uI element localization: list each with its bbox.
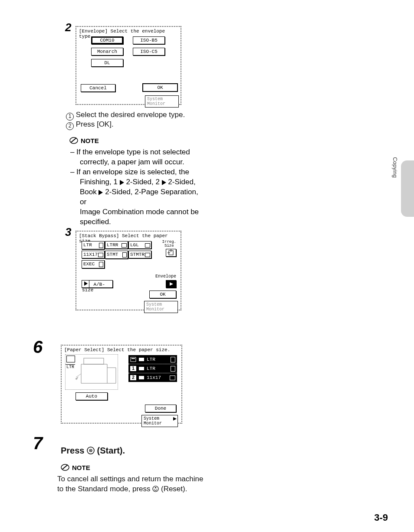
paper-lgl[interactable]: LGL xyxy=(128,241,151,249)
triangle-right-icon xyxy=(162,180,166,185)
sheet-icon xyxy=(138,356,145,362)
irreg-size-icon xyxy=(166,249,176,256)
page-number: 3-9 xyxy=(374,512,388,523)
side-tab xyxy=(401,160,414,217)
paper-ltr[interactable]: LTR xyxy=(82,241,105,249)
ok-button-label: OK xyxy=(160,292,165,297)
svg-rect-16 xyxy=(139,376,144,379)
step-7-heading-post: (Start). xyxy=(95,446,125,455)
paper-11x17[interactable]: 11X17 xyxy=(82,251,105,258)
return-icon xyxy=(173,87,178,92)
done-button[interactable]: Done xyxy=(145,405,176,412)
reset-key-icon xyxy=(152,486,159,492)
drawer-2-icon: 2 xyxy=(130,375,136,380)
svg-rect-14 xyxy=(139,358,144,361)
note-1-line: Image Combination mode cannot be xyxy=(70,207,200,217)
step-2-instruction-2: 2 Press [OK]. xyxy=(66,120,114,130)
irreg-size-button[interactable] xyxy=(166,249,176,257)
note-1-line: If an envelope size is selected, the xyxy=(76,168,189,176)
triangle-right-icon xyxy=(82,281,89,287)
envelope-right-button[interactable] xyxy=(166,280,176,288)
note-1-line: correctly, a paper jam will occur. xyxy=(70,157,200,167)
paper-stmt[interactable]: STMT xyxy=(105,251,128,259)
svg-marker-4 xyxy=(99,190,103,195)
svg-point-20 xyxy=(90,450,92,451)
side-tab-label: Copying xyxy=(392,157,398,178)
step-3-screen: [Stack Bypass] Select the paper size. LT… xyxy=(76,231,181,310)
step-2-instruction-1: 1 Select the desired envelope type. xyxy=(66,110,185,121)
paper-stmtr[interactable]: STMTR xyxy=(128,251,151,258)
done-button-label: Done xyxy=(155,406,166,411)
envelope-label: Envelope xyxy=(155,274,176,279)
cancel-button[interactable]: Cancel xyxy=(81,84,115,92)
auto-button[interactable]: Auto xyxy=(76,392,108,400)
option-iso-b5[interactable]: ISO-B5 xyxy=(133,36,165,44)
note-1-line: specified. xyxy=(70,217,200,227)
option-monarch[interactable]: Monarch xyxy=(91,48,123,55)
paper-source-label: 11x17 xyxy=(147,375,161,380)
option-com10[interactable]: COM10 xyxy=(91,36,123,44)
step-7-heading: Press (Start). xyxy=(61,445,125,457)
circled-2-icon: 2 xyxy=(66,122,74,130)
printer-icon xyxy=(66,355,118,389)
system-monitor-button[interactable]: System Monitor xyxy=(145,95,179,108)
pencil-icon xyxy=(69,136,78,145)
paper-source-row-1[interactable]: LTR xyxy=(128,355,177,364)
svg-marker-9 xyxy=(84,281,88,286)
drawer-1-icon: 1 xyxy=(130,366,136,371)
note-1-line: Book 2-Sided, 2-Page Separation, or xyxy=(70,187,200,207)
pencil-icon xyxy=(61,463,69,472)
ab-size-button[interactable]: A/B-size xyxy=(82,280,113,288)
svg-rect-13 xyxy=(131,358,135,359)
tray-icon xyxy=(130,356,136,362)
note-2-header: NOTE xyxy=(61,463,90,472)
paper-source-row-3[interactable]: 2 11x17 xyxy=(128,373,177,382)
triangle-right-icon xyxy=(120,180,124,185)
svg-rect-10 xyxy=(84,358,104,364)
paper-source-label: LTR xyxy=(147,366,155,371)
return-icon xyxy=(171,408,177,413)
step-6-screen: [Paper Select] Select the paper size. LT… xyxy=(61,345,182,424)
triangle-right-icon xyxy=(99,190,103,195)
system-monitor-button[interactable]: System Monitor xyxy=(144,301,178,313)
paper-source-label: LTR xyxy=(147,357,155,362)
system-monitor-button[interactable]: System Monitor xyxy=(141,415,178,427)
option-iso-c5[interactable]: ISO-C5 xyxy=(133,48,165,55)
triangle-right-icon xyxy=(173,417,177,421)
paper-exec[interactable]: EXEC xyxy=(82,260,105,268)
irreg-size-label: Irreg.Size xyxy=(162,240,176,248)
ok-button[interactable]: OK xyxy=(149,290,176,298)
step-6-screen-title: [Paper Select] Select the paper size. xyxy=(64,347,170,352)
note-1-line: Finishing, 1 2-Sided, 2 2-Sided, xyxy=(70,177,200,187)
svg-marker-2 xyxy=(120,180,124,185)
note-2-label: NOTE xyxy=(72,464,90,471)
step-2-instruction-2-text: Press [OK]. xyxy=(76,120,114,128)
orientation-icon xyxy=(171,357,175,362)
note-2-body: To cancel all settings and return the ma… xyxy=(57,474,203,494)
step-2-instruction-1-text: Select the desired envelope type. xyxy=(76,111,185,119)
ok-button[interactable]: OK xyxy=(142,83,178,92)
note-2-line: to the Standard mode, press (Reset). xyxy=(57,484,203,494)
step-6-number: 6 xyxy=(33,337,43,357)
svg-line-22 xyxy=(62,465,68,469)
svg-rect-12 xyxy=(131,357,136,362)
paper-source-row-2[interactable]: 1 LTR xyxy=(128,364,177,373)
step-7-number: 7 xyxy=(33,434,43,453)
ok-button-label: OK xyxy=(157,85,163,90)
svg-marker-8 xyxy=(170,282,173,286)
triangle-right-icon xyxy=(166,281,176,287)
sheet-icon xyxy=(138,375,145,381)
orientation-icon xyxy=(170,375,175,380)
option-dl[interactable]: DL xyxy=(91,59,123,67)
system-monitor-label: System Monitor xyxy=(144,416,162,426)
step-2-number: 2 xyxy=(65,21,71,34)
svg-line-1 xyxy=(71,138,76,142)
paper-source-list: LTR 1 LTR 2 11x17 xyxy=(128,355,177,382)
printer-diagram: LTR xyxy=(65,354,118,390)
note-1-body: –If the envelope type is not selected co… xyxy=(70,147,200,227)
svg-rect-15 xyxy=(139,367,144,370)
note-1-label: NOTE xyxy=(81,137,99,144)
paper-ltrr[interactable]: LTRR xyxy=(105,241,128,249)
note-1-header: NOTE xyxy=(69,136,99,145)
step-7-heading-pre: Press xyxy=(61,446,87,455)
